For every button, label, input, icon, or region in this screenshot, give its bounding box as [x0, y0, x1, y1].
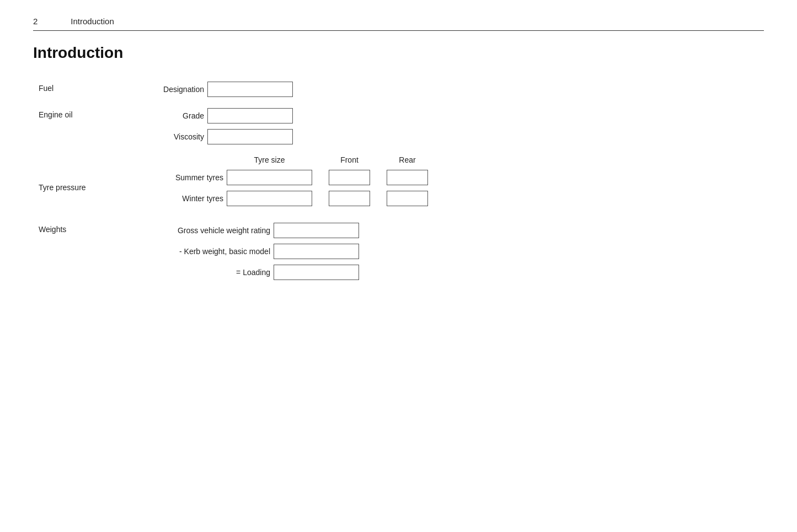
winter-tyres-row: Winter tyres — [138, 191, 428, 206]
weights-fields: Gross vehicle weight rating - Kerb weigh… — [138, 223, 359, 280]
kerb-weight-row: - Kerb weight, basic model — [138, 244, 359, 259]
page-number: 2 — [33, 17, 38, 26]
rear-header: Rear — [387, 155, 428, 164]
content-area: Fuel Designation Engine oil Grade Viscos… — [33, 82, 764, 280]
winter-tyre-size-box[interactable] — [227, 191, 312, 206]
loading-box[interactable] — [274, 265, 359, 280]
summer-tyre-size-box[interactable] — [227, 170, 312, 185]
kerb-weight-label: - Kerb weight, basic model — [138, 247, 270, 256]
engine-oil-label: Engine oil — [39, 108, 138, 119]
fuel-designation-row: Designation — [138, 82, 293, 97]
kerb-weight-box[interactable] — [274, 244, 359, 259]
gross-weight-row: Gross vehicle weight rating — [138, 223, 359, 238]
fuel-label: Fuel — [39, 82, 138, 93]
engine-oil-viscosity-label: Viscosity — [138, 132, 204, 141]
summer-rear-box[interactable] — [387, 170, 428, 185]
weights-section: Weights Gross vehicle weight rating - Ke… — [39, 223, 764, 280]
tyre-pressure-section: Tyre pressure Tyre size Front Rear Summe… — [39, 155, 764, 212]
tyre-pressure-label: Tyre pressure — [39, 155, 138, 192]
fuel-section: Fuel Designation — [39, 82, 764, 97]
engine-oil-fields: Grade Viscosity — [138, 108, 293, 144]
engine-oil-grade-label: Grade — [138, 111, 204, 120]
tyre-header-row: Tyre size Front Rear — [138, 155, 428, 164]
loading-row: = Loading — [138, 265, 359, 280]
page-container: 2 Introduction Introduction Fuel Designa… — [0, 0, 797, 313]
engine-oil-grade-box[interactable] — [207, 108, 293, 123]
gross-weight-box[interactable] — [274, 223, 359, 238]
winter-front-box[interactable] — [329, 191, 370, 206]
tyre-grid: Tyre size Front Rear Summer tyres Winter… — [138, 155, 428, 212]
engine-oil-grade-row: Grade — [138, 108, 293, 123]
engine-oil-viscosity-box[interactable] — [207, 129, 293, 144]
summer-tyres-label: Summer tyres — [138, 173, 223, 182]
page-header: 2 Introduction — [33, 17, 764, 31]
gross-weight-label: Gross vehicle weight rating — [138, 226, 270, 235]
header-title: Introduction — [71, 17, 114, 26]
front-header: Front — [329, 155, 370, 164]
page-title: Introduction — [33, 44, 764, 62]
fuel-designation-label: Designation — [138, 85, 204, 94]
winter-rear-box[interactable] — [387, 191, 428, 206]
summer-front-box[interactable] — [329, 170, 370, 185]
summer-tyres-row: Summer tyres — [138, 170, 428, 185]
tyre-size-header: Tyre size — [227, 155, 312, 164]
loading-label: = Loading — [138, 268, 270, 277]
engine-oil-viscosity-row: Viscosity — [138, 129, 293, 144]
weights-label: Weights — [39, 223, 138, 234]
fuel-fields: Designation — [138, 82, 293, 97]
fuel-designation-box[interactable] — [207, 82, 293, 97]
winter-tyres-label: Winter tyres — [138, 194, 223, 203]
engine-oil-section: Engine oil Grade Viscosity — [39, 108, 764, 144]
